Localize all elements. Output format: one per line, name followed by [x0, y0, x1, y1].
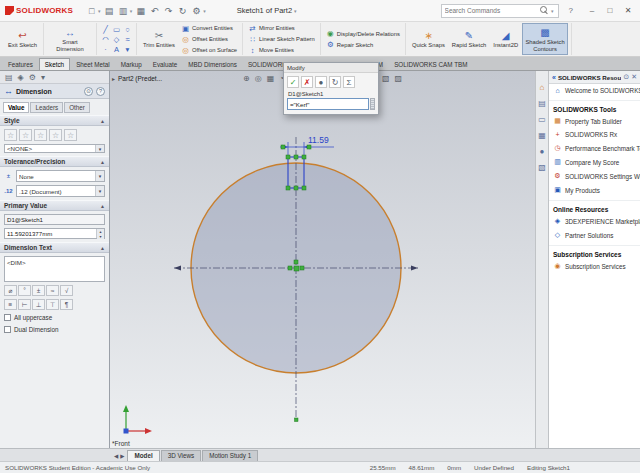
align-bottom-icon[interactable]: ⊥: [32, 299, 45, 310]
pin-panel-icon[interactable]: ⊙: [623, 73, 629, 81]
save-dropdown-icon[interactable]: ▾: [130, 8, 133, 14]
precision-dropdown[interactable]: .12 (Document): [16, 185, 105, 197]
value-thumbwheel[interactable]: [370, 98, 375, 110]
style-dropdown-arrow-icon[interactable]: [95, 145, 104, 152]
view-settings-icon[interactable]: ▨: [395, 74, 403, 83]
display-delete-relations-button[interactable]: ◉ Display/Delete Relations: [324, 29, 402, 39]
collapse-panel-icon[interactable]: «: [552, 74, 556, 81]
minimize-icon[interactable]: –: [587, 6, 597, 15]
zoom-fit-icon[interactable]: ⊕: [243, 74, 250, 83]
link-property-tab-builder[interactable]: ▦ Property Tab Builder: [549, 114, 640, 128]
manager-tabs-more-icon[interactable]: ▾: [41, 73, 45, 82]
mirror-entities-button[interactable]: ⇄ Mirror Entities: [246, 23, 317, 33]
smart-dimension-button[interactable]: ↔ Smart Dimension: [47, 23, 93, 55]
sketch-canvas[interactable]: 11.59: [110, 71, 535, 448]
configurationmanager-tab-icon[interactable]: ⚙: [29, 73, 36, 82]
tab-leaders[interactable]: Leaders: [30, 102, 63, 113]
rebuild-model-icon[interactable]: ●: [315, 76, 327, 88]
more-entities-dropdown-icon[interactable]: ▾: [122, 44, 133, 54]
tolerance-section-header[interactable]: Tolerance/Precision▲: [0, 156, 109, 167]
new-dropdown-icon[interactable]: ▾: [98, 8, 101, 14]
help-icon[interactable]: ?: [569, 6, 573, 15]
tab-sketch[interactable]: Sketch: [39, 58, 70, 70]
tab-scroll-left-icon[interactable]: ◀: [114, 453, 118, 459]
root-symbol-icon[interactable]: √: [60, 285, 73, 296]
style-section-header[interactable]: Style▲: [0, 115, 109, 126]
graphics-viewport[interactable]: 11.59: [110, 71, 535, 448]
link-3dexperience-marketplace[interactable]: ◈ 3DEXPERIENCE Marketplace: [549, 214, 640, 228]
appearances-tab-icon[interactable]: ●: [540, 147, 545, 156]
value-spinner[interactable]: [96, 229, 104, 238]
dimension-text-section-header[interactable]: Dimension Text▲: [0, 242, 109, 253]
dual-dimension-checkbox[interactable]: [4, 326, 11, 333]
update-style-icon[interactable]: ☆: [34, 129, 47, 141]
propertymanager-tab-icon[interactable]: ◈: [18, 73, 24, 82]
search-icon[interactable]: [540, 6, 549, 15]
new-document-icon[interactable]: □: [85, 4, 98, 18]
feature-tree-flyout[interactable]: ▸ Part2 (Predet...: [112, 75, 162, 82]
tree-item-part2[interactable]: Part2 (Predet...: [118, 75, 162, 82]
offset-entities-button[interactable]: ◎ Offset Entities: [179, 34, 239, 44]
save-style-icon[interactable]: ☆: [64, 129, 77, 141]
add-style-icon[interactable]: ☆: [19, 129, 32, 141]
tab-solidworks-cam-tbm[interactable]: SOLIDWORKS CAM TBM: [389, 59, 472, 70]
cancel-icon[interactable]: ✗: [301, 76, 313, 88]
dimension-value-text[interactable]: 11.59: [308, 135, 329, 145]
tab-value[interactable]: Value: [3, 102, 29, 113]
plus-minus-symbol-icon[interactable]: ±: [32, 285, 45, 296]
tab-3d-views[interactable]: 3D Views: [161, 450, 201, 461]
tab-evaluate[interactable]: Evaluate: [148, 59, 183, 70]
view-palette-tab-icon[interactable]: ▦: [538, 131, 546, 140]
tolerance-dropdown-arrow-icon[interactable]: [95, 171, 104, 181]
degree-symbol-icon[interactable]: °: [18, 285, 31, 296]
rebuild-icon[interactable]: ↻: [176, 4, 189, 18]
accept-icon[interactable]: ✓: [287, 76, 299, 88]
sketch-circle-icon[interactable]: ○: [122, 24, 133, 34]
view-orientation-icon[interactable]: ▦: [267, 74, 275, 83]
search-commands-box[interactable]: ▾: [441, 4, 559, 18]
modify-dialog[interactable]: Modify ✓ ✗ ● ↻ Σ D1@Sketch1 ="Kerf": [283, 62, 379, 115]
sketch-spline-icon[interactable]: ≈: [122, 34, 133, 44]
reset-spin-increment-icon[interactable]: ↻: [329, 76, 341, 88]
convert-entities-button[interactable]: ▣ Convert Entities: [179, 23, 239, 33]
open-document-icon[interactable]: ▤: [103, 4, 116, 18]
move-entities-button[interactable]: ↕ Move Entities: [246, 45, 317, 55]
modify-value-input[interactable]: ="Kerf": [287, 98, 369, 110]
search-commands-input[interactable]: [445, 7, 537, 14]
linear-sketch-pattern-button[interactable]: ∷ Linear Sketch Pattern: [246, 34, 317, 44]
redo-icon[interactable]: ↷: [162, 4, 175, 18]
section-view-icon[interactable]: ▧: [382, 74, 390, 83]
align-top-icon[interactable]: ⊤: [46, 299, 59, 310]
precision-dropdown-arrow-icon[interactable]: [95, 186, 104, 196]
dual-dimension-row[interactable]: Dual Dimension: [4, 325, 105, 334]
tab-other[interactable]: Other: [64, 102, 90, 113]
close-icon[interactable]: ✕: [623, 6, 633, 15]
primary-value-section-header[interactable]: Primary Value▲: [0, 200, 109, 211]
sketch-rectangle-icon[interactable]: ▭: [111, 24, 122, 34]
search-dropdown-icon[interactable]: ▾: [551, 8, 554, 14]
tree-expand-icon[interactable]: ▸: [112, 75, 115, 82]
tab-model[interactable]: Model: [127, 450, 159, 461]
close-panel-icon[interactable]: ✕: [631, 73, 637, 81]
justify-center-icon[interactable]: ⊢: [18, 299, 31, 310]
tab-markup[interactable]: Markup: [116, 59, 147, 70]
tab-scroll-right-icon[interactable]: ▶: [120, 453, 124, 459]
tab-features[interactable]: Features: [3, 59, 38, 70]
offset-on-surface-button[interactable]: ◎ Offset on Surface: [179, 45, 239, 55]
modify-dialog-title[interactable]: Modify: [284, 63, 378, 73]
exit-sketch-button[interactable]: ↩ Exit Sketch: [5, 23, 40, 55]
undo-icon[interactable]: ↶: [148, 4, 161, 18]
justify-left-icon[interactable]: ≡: [4, 299, 17, 310]
equation-icon[interactable]: Σ: [343, 76, 355, 88]
instant2d-button[interactable]: ◢ Instant2D: [490, 23, 521, 55]
zoom-area-icon[interactable]: ◎: [255, 74, 262, 83]
featuremanager-tab-icon[interactable]: ▤: [5, 73, 13, 82]
diameter-symbol-icon[interactable]: ⌀: [4, 285, 17, 296]
rapid-sketch-button[interactable]: ✎ Rapid Sketch: [449, 23, 489, 55]
sketch-line-icon[interactable]: ╱: [100, 24, 111, 34]
style-dropdown[interactable]: <NONE>: [4, 144, 105, 153]
options-dropdown-icon[interactable]: ▾: [203, 8, 206, 14]
link-partner-solutions[interactable]: ◇ Partner Solutions: [549, 228, 640, 242]
welcome-link[interactable]: ⌂ Welcome to SOLIDWORKS: [549, 84, 640, 97]
custom-properties-tab-icon[interactable]: ▧: [538, 163, 546, 172]
